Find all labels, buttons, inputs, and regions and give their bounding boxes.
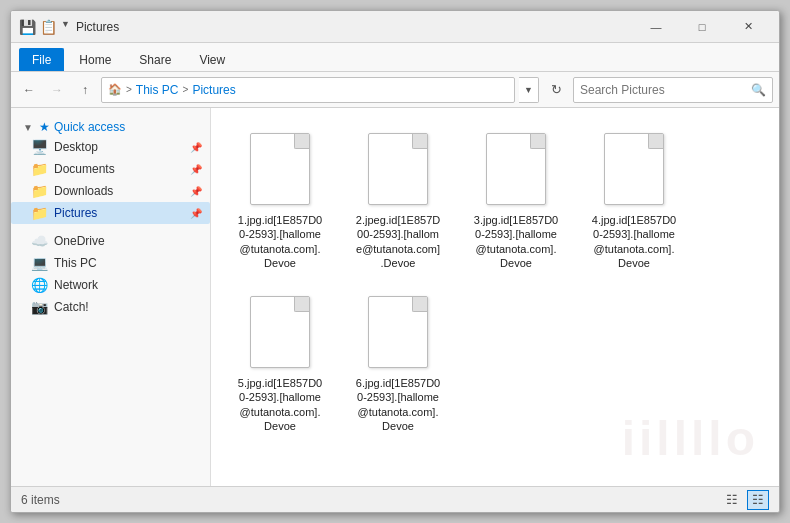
address-path[interactable]: 🏠 > This PC > Pictures [101,77,515,103]
quick-access-header[interactable]: ▼ ★ Quick access [11,116,210,136]
file-icon-1 [245,129,315,209]
sidebar-item-network[interactable]: 🌐 Network [11,274,210,296]
sidebar-item-downloads[interactable]: 📁 Downloads 📌 [11,180,210,202]
status-bar: 6 items ☷ ☷ [11,486,779,512]
qat-icon-1: 💾 [19,19,36,35]
network-label: Network [54,278,98,292]
file-item-2[interactable]: 2.jpeg.id[1E857D00-2593].[hallome@tutano… [343,122,453,277]
file-item-1[interactable]: 1.jpg.id[1E857D00-2593].[hallome@tutanot… [225,122,335,277]
tab-home[interactable]: Home [66,48,124,71]
ribbon-tabs: File Home Share View [11,43,779,71]
file-page-1 [250,133,310,205]
pc-icon: 💻 [31,255,48,271]
view-toggle: ☷ ☷ [721,490,769,510]
pin-icon-desktop: 📌 [190,142,202,153]
onedrive-label: OneDrive [54,234,105,248]
file-name-3: 3.jpg.id[1E857D00-2593].[hallome@tutanot… [474,213,558,270]
qat-icon-2: 📋 [40,19,57,35]
path-sep-2: > [183,84,189,95]
path-sep-1: > [126,84,132,95]
item-count: 6 items [21,493,60,507]
pin-icon-documents: 📌 [190,164,202,175]
chevron-icon: ▼ [23,122,33,133]
file-page-3 [486,133,546,205]
file-page-4 [604,133,664,205]
path-this-pc[interactable]: This PC [136,83,179,97]
search-input[interactable] [580,83,747,97]
onedrive-icon: ☁️ [31,233,48,249]
window-title: Pictures [76,20,633,34]
minimize-button[interactable]: — [633,11,679,43]
sidebar-item-this-pc[interactable]: 💻 This PC [11,252,210,274]
catch-label: Catch! [54,300,89,314]
pin-icon-pictures: 📌 [190,208,202,219]
quick-access-label: Quick access [54,120,125,134]
file-name-4: 4.jpg.id[1E857D00-2593].[hallome@tutanot… [592,213,676,270]
tab-view[interactable]: View [186,48,238,71]
path-pictures[interactable]: Pictures [192,83,235,97]
up-button[interactable]: ↑ [73,78,97,102]
downloads-icon: 📁 [31,183,48,199]
large-icon-view-button[interactable]: ☷ [747,490,769,510]
pin-icon-downloads: 📌 [190,186,202,197]
file-icon-6 [363,292,433,372]
title-bar: 💾 📋 ▼ Pictures — □ ✕ [11,11,779,43]
file-item-5[interactable]: 5.jpg.id[1E857D00-2593].[hallome@tutanot… [225,285,335,440]
forward-button[interactable]: → [45,78,69,102]
catch-icon: 📷 [31,299,48,315]
refresh-button[interactable]: ↻ [543,77,569,103]
tab-file[interactable]: File [19,48,64,71]
address-bar: ← → ↑ 🏠 > This PC > Pictures ▼ ↻ 🔍 [11,72,779,108]
main-content: ▼ ★ Quick access 🖥️ Desktop 📌 📁 Document… [11,108,779,486]
downloads-label: Downloads [54,184,113,198]
file-page-6 [368,296,428,368]
pictures-icon: 📁 [31,205,48,221]
file-name-1: 1.jpg.id[1E857D00-2593].[hallome@tutanot… [238,213,322,270]
ribbon: File Home Share View [11,43,779,72]
sidebar-item-documents[interactable]: 📁 Documents 📌 [11,158,210,180]
close-button[interactable]: ✕ [725,11,771,43]
file-item-6[interactable]: 6.jpg.id[1E857D00-2593].[hallome@tutanot… [343,285,453,440]
pictures-label: Pictures [54,206,97,220]
file-icon-3 [481,129,551,209]
file-grid: 1.jpg.id[1E857D00-2593].[hallome@tutanot… [221,118,769,444]
file-page-5 [250,296,310,368]
star-icon: ★ [39,120,50,134]
address-dropdown[interactable]: ▼ [519,77,539,103]
file-icon-5 [245,292,315,372]
desktop-label: Desktop [54,140,98,154]
documents-icon: 📁 [31,161,48,177]
sidebar: ▼ ★ Quick access 🖥️ Desktop 📌 📁 Document… [11,108,211,486]
desktop-icon: 🖥️ [31,139,48,155]
file-page-2 [368,133,428,205]
network-icon: 🌐 [31,277,48,293]
sidebar-item-onedrive[interactable]: ☁️ OneDrive [11,230,210,252]
maximize-button[interactable]: □ [679,11,725,43]
sidebar-item-desktop[interactable]: 🖥️ Desktop 📌 [11,136,210,158]
explorer-window: 💾 📋 ▼ Pictures — □ ✕ File Home Share Vie… [10,10,780,513]
file-name-2: 2.jpeg.id[1E857D00-2593].[hallome@tutano… [356,213,440,270]
this-pc-label: This PC [54,256,97,270]
file-name-5: 5.jpg.id[1E857D00-2593].[hallome@tutanot… [238,376,322,433]
search-box[interactable]: 🔍 [573,77,773,103]
list-view-button[interactable]: ☷ [721,490,743,510]
file-item-3[interactable]: 3.jpg.id[1E857D00-2593].[hallome@tutanot… [461,122,571,277]
file-item-4[interactable]: 4.jpg.id[1E857D00-2593].[hallome@tutanot… [579,122,689,277]
file-area: iillllo 1.jpg.id[1E857D00-2593].[hallome… [211,108,779,486]
file-name-6: 6.jpg.id[1E857D00-2593].[hallome@tutanot… [356,376,440,433]
file-icon-2 [363,129,433,209]
tab-share[interactable]: Share [126,48,184,71]
path-home-icon: 🏠 [108,83,122,96]
qat-dropdown[interactable]: ▼ [61,19,70,35]
sidebar-item-catch[interactable]: 📷 Catch! [11,296,210,318]
sidebar-item-pictures[interactable]: 📁 Pictures 📌 [11,202,210,224]
documents-label: Documents [54,162,115,176]
back-button[interactable]: ← [17,78,41,102]
search-icon: 🔍 [751,83,766,97]
title-bar-icons: 💾 📋 ▼ [19,19,70,35]
file-icon-4 [599,129,669,209]
window-controls: — □ ✕ [633,11,771,43]
